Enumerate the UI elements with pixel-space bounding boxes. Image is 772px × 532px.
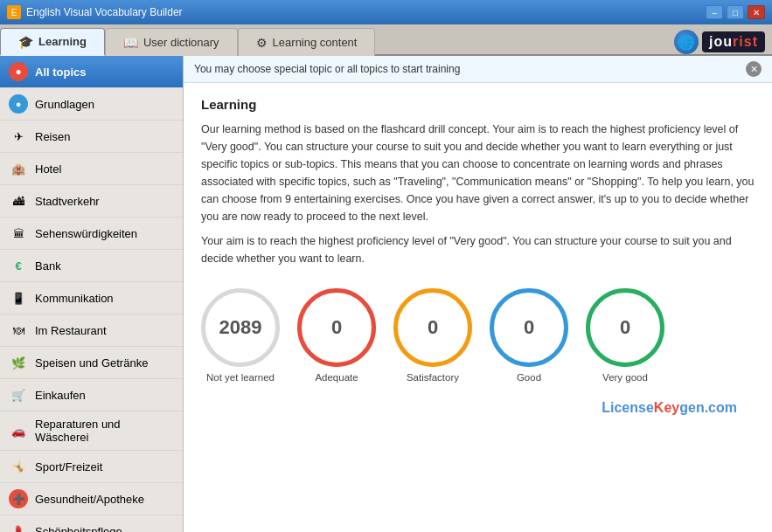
content-body: Learning Our learning method is based on… (184, 83, 772, 439)
stat-circle-very-good: 0 (586, 288, 664, 367)
stat-circle-adequate: 0 (297, 288, 376, 367)
learning-tab-icon: 🎓 (18, 35, 33, 49)
stat-label-satisfactory: Satisfactory (407, 372, 459, 383)
minimize-button[interactable]: – (706, 5, 723, 19)
stat-value-not-learned: 2089 (219, 316, 262, 339)
title-bar: E English Visual Vocabulary Builder – □ … (0, 0, 772, 24)
sidebar-label-einkaufen: Einkaufen (35, 389, 86, 402)
sidebar-item-reparaturen[interactable]: 🚗 Reparaturen und Wäscherei (0, 411, 183, 451)
stat-circle-not-learned: 2089 (201, 288, 280, 367)
stat-satisfactory: 0 Satisfactory (393, 288, 472, 383)
userdict-tab-label: User dictionary (143, 36, 219, 49)
all-topics-icon: ● (9, 62, 28, 81)
sidebar-label-sport: Sport/Freizeit (35, 460, 102, 473)
app-icon: E (7, 5, 21, 19)
stadtverkehr-icon: 🏙 (9, 191, 28, 211)
sidebar: ● All topics ● Grundlagen ✈ Reisen 🏨 Hot… (0, 56, 184, 532)
content-panel: You may choose special topic or all topi… (184, 56, 772, 532)
sidebar-item-schoenheit[interactable]: 💄 Schönheitspflege (0, 515, 183, 532)
sidebar-label-stadtverkehr: Stadtverkehr (35, 195, 100, 208)
nav-tabs: 🎓 Learning 📖 User dictionary ⚙ Learning … (0, 24, 772, 56)
sidebar-label-grundlagen: Grundlagen (35, 98, 94, 111)
sport-icon: 🤸 (9, 457, 28, 476)
stat-label-adequate: Adequate (315, 372, 358, 383)
stats-row: 2089 Not yet learned 0 Adequate 0 Sat (201, 288, 755, 391)
stat-label-good: Good (517, 372, 541, 383)
sidebar-item-reisen[interactable]: ✈ Reisen (0, 121, 183, 153)
stat-good: 0 Good (490, 288, 568, 383)
sidebar-label-reisen: Reisen (35, 130, 70, 143)
close-button[interactable]: ✕ (748, 5, 765, 19)
sidebar-label-all-topics: All topics (35, 66, 87, 79)
sidebar-item-restaurant[interactable]: 🍽 Im Restaurant (0, 314, 183, 347)
sidebar-label-gesundheit: Gesundheit/Apotheke (35, 493, 144, 506)
learningcontent-tab-icon: ⚙ (256, 36, 268, 50)
gesundheit-icon: ➕ (9, 489, 28, 508)
einkaufen-icon: 🛒 (9, 385, 28, 404)
globe-icon: 🌐 (674, 30, 699, 54)
content-title: Learning (201, 97, 755, 112)
stat-value-good: 0 (524, 316, 534, 339)
app-title: English Visual Vocabulary Builder (26, 6, 183, 18)
main-area: ● All topics ● Grundlagen ✈ Reisen 🏨 Hot… (0, 56, 772, 532)
stat-value-satisfactory: 0 (428, 316, 438, 339)
stat-value-adequate: 0 (331, 316, 342, 339)
sidebar-item-stadtverkehr[interactable]: 🏙 Stadtverkehr (0, 185, 183, 218)
reparaturen-icon: 🚗 (9, 421, 28, 440)
watermark-text: LicenseKeygen.com (602, 400, 737, 415)
sidebar-item-einkaufen[interactable]: 🛒 Einkaufen (0, 379, 183, 411)
stat-very-good: 0 Very good (586, 288, 664, 383)
title-bar-left: E English Visual Vocabulary Builder (7, 5, 183, 19)
tab-user-dictionary[interactable]: 📖 User dictionary (105, 28, 238, 56)
sidebar-item-hotel[interactable]: 🏨 Hotel (0, 153, 183, 185)
window-controls: – □ ✕ (706, 5, 765, 19)
stat-adequate: 0 Adequate (297, 288, 376, 383)
tab-learning[interactable]: 🎓 Learning (0, 28, 105, 56)
learningcontent-tab-label: Learning content (273, 36, 358, 49)
sidebar-label-schoenheit: Schönheitspflege (35, 525, 122, 533)
stat-value-very-good: 0 (620, 316, 630, 339)
sidebar-item-kommunikation[interactable]: 📱 Kommunikation (0, 282, 183, 314)
tab-learning-content[interactable]: ⚙ Learning content (238, 28, 376, 56)
learning-tab-label: Learning (38, 35, 87, 48)
schoenheit-icon: 💄 (9, 522, 28, 532)
sidebar-item-grundlagen[interactable]: ● Grundlagen (0, 88, 183, 121)
jourist-brand: jourist (702, 31, 765, 52)
stat-circle-satisfactory: 0 (393, 288, 472, 367)
sidebar-item-sehenswuerdigkeiten[interactable]: 🏛 Sehenswürdigkeiten (0, 218, 183, 250)
speisen-icon: 🌿 (9, 353, 28, 372)
reisen-icon: ✈ (9, 127, 28, 146)
content-paragraph-2: Your aim is to reach the highest profici… (201, 232, 755, 267)
sidebar-label-speisen: Speisen und Getränke (35, 356, 148, 370)
sidebar-label-kommunikation: Kommunikation (35, 292, 114, 305)
sidebar-item-sport[interactable]: 🤸 Sport/Freizeit (0, 451, 183, 483)
content-paragraph-1: Our learning method is based on the flas… (201, 121, 755, 225)
userdict-tab-icon: 📖 (123, 36, 138, 50)
sidebar-item-speisen[interactable]: 🌿 Speisen und Getränke (0, 347, 183, 379)
stat-circle-good: 0 (490, 288, 568, 367)
info-bar-close-button[interactable]: ✕ (746, 61, 762, 77)
jourist-logo: 🌐 jourist (674, 30, 772, 54)
kommunikation-icon: 📱 (9, 288, 28, 307)
info-bar-text: You may choose special topic or all topi… (194, 63, 460, 75)
sidebar-label-bank: Bank (35, 259, 61, 273)
sehenswuerdigkeiten-icon: 🏛 (9, 224, 28, 243)
bank-icon: € (9, 256, 28, 275)
stat-not-learned: 2089 Not yet learned (201, 288, 280, 383)
sidebar-item-all-topics[interactable]: ● All topics (0, 56, 183, 88)
watermark: LicenseKeygen.com (201, 391, 755, 425)
hotel-icon: 🏨 (9, 159, 28, 178)
maximize-button[interactable]: □ (727, 5, 744, 19)
sidebar-label-hotel: Hotel (35, 162, 61, 176)
stat-label-very-good: Very good (602, 372, 648, 383)
sidebar-label-reparaturen: Reparaturen und Wäscherei (35, 418, 174, 444)
sidebar-label-restaurant: Im Restaurant (35, 324, 107, 337)
sidebar-label-sehenswuerdigkeiten: Sehenswürdigkeiten (35, 227, 137, 240)
restaurant-icon: 🍽 (9, 321, 28, 340)
info-bar: You may choose special topic or all topi… (184, 56, 772, 83)
stat-label-not-learned: Not yet learned (206, 372, 275, 383)
sidebar-item-gesundheit[interactable]: ➕ Gesundheit/Apotheke (0, 483, 183, 515)
sidebar-item-bank[interactable]: € Bank (0, 250, 183, 282)
grundlagen-icon: ● (9, 94, 28, 114)
